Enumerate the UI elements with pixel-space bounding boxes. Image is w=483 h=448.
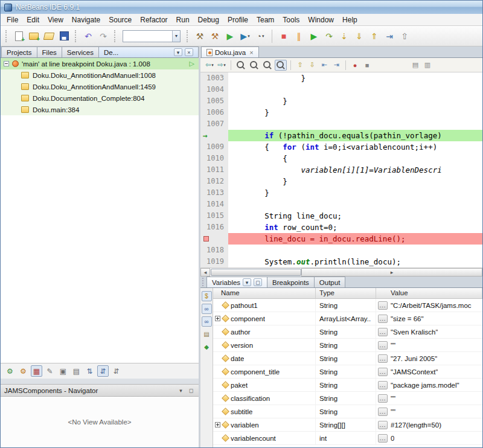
show-suspended-threads-icon[interactable]: ▦ [31,365,42,377]
expand-nodes-icon[interactable]: ◆ [202,342,212,352]
comment-icon[interactable]: ▤ [410,60,421,71]
lock-view-icon[interactable]: ▣ [57,365,69,377]
variable-row[interactable]: component_titleString..."JAMSContext" [213,365,482,379]
tab-projects[interactable]: Projects [1,46,37,57]
line-number-gutter[interactable]: 1003 [200,72,228,84]
code-line[interactable]: 1012 } [200,176,482,187]
new-file-icon[interactable] [11,29,26,43]
edit-value-button[interactable]: ... [378,341,388,350]
line-number-gutter[interactable]: 1006 [200,107,228,118]
line-number-gutter[interactable]: 1011 [200,164,228,176]
step-over-icon[interactable]: ↷ [322,29,336,43]
sort-numbered-icon[interactable]: ⇵ [97,365,109,377]
toolbar-grip[interactable] [114,30,117,42]
maximize-window-icon[interactable]: ◻ [254,278,262,286]
variable-row[interactable]: authorString..."Sven Kralisch" [213,325,482,339]
line-number-gutter[interactable]: 1016 [200,222,228,233]
tab-services[interactable]: Services [62,46,99,57]
tab-variables[interactable]: Variables▾◻ [206,277,267,287]
code-line[interactable]: 1018 [200,245,482,256]
breakpoint-icon[interactable] [203,236,209,242]
step-over-expression-icon[interactable]: ⇣ [337,29,351,43]
redo-icon[interactable]: ↷ [96,29,110,43]
build-project-icon[interactable]: ⚒ [193,29,207,43]
stack-frame-row[interactable]: Doku.main:384 [1,104,199,115]
variable-row[interactable]: pathout1String..."C:/Arbeit/TASK/jams.mo… [213,299,482,312]
menu-run[interactable]: Run [172,14,194,25]
expand-icon[interactable] [215,422,220,427]
debug-thread-row[interactable]: 'main' at line breakpoint Doku.java : 1.… [1,58,199,69]
panel-splitter[interactable] [1,379,199,384]
stack-frame-row[interactable]: Doku.Doku_AnnotitionAndManuell:1008 [1,69,199,81]
edit-value-button[interactable]: ... [378,434,388,443]
code-line[interactable]: 1004 [200,84,482,95]
toolbar-grip[interactable] [187,30,189,42]
continue-icon[interactable]: ▶ [307,29,321,43]
profile-project-icon[interactable]: ◔▾ [253,29,267,43]
expand-icon[interactable] [215,316,220,321]
show-packages-icon[interactable]: ▤ [71,365,82,377]
clean-build-project-icon[interactable]: ⚒ [208,29,222,43]
find-previous-icon[interactable] [261,60,273,71]
line-number-gutter[interactable]: → [200,130,228,141]
variable-row[interactable]: dateString..."27. Juni 2005" [213,352,482,365]
edit-value-button[interactable]: ... [378,328,388,336]
save-all-icon[interactable] [57,29,71,43]
code-line[interactable]: 1016 int row_count=0; [200,222,482,233]
code-editor[interactable]: 1003 }10041005 }1006 }1007→ if (!pathin_… [200,72,482,267]
sort-by-name-icon[interactable]: ⇅ [84,365,95,377]
scroll-left-icon[interactable]: ◂ [200,268,210,277]
menu-source[interactable]: Source [104,14,136,25]
show-last-evaluated-icon[interactable]: ∞ [202,316,212,327]
line-number-gutter[interactable]: 1012 [200,176,228,187]
search-dropdown-icon[interactable]: ▾ [172,31,180,42]
code-line[interactable]: 1015 String line_docu; [200,210,482,222]
code-line[interactable]: line_docu = in_docu.readLine(); [200,233,482,245]
column-header-name[interactable]: Name [213,288,316,298]
variable-row[interactable]: subtitleString..."" [213,405,482,418]
menu-file[interactable]: File [2,14,22,25]
code-line[interactable]: 1014 [200,199,482,210]
minimize-window-icon[interactable]: ▾ [177,386,185,394]
menu-edit[interactable]: Edit [22,14,43,25]
line-number-gutter[interactable]: 1015 [200,210,228,222]
stack-frame-row[interactable]: Doku.Doku_AnnotitionAndManuell:1459 [1,81,199,92]
line-number-gutter[interactable]: 1007 [200,118,228,130]
code-line[interactable]: 1006 } [200,107,482,118]
line-number-gutter[interactable]: 1014 [200,199,228,210]
sort-order-icon[interactable]: ⇵ [110,365,122,377]
stack-frame-row[interactable]: Doku.Documentation_Complete:804 [1,92,199,104]
horizontal-scrollbar[interactable]: ◂ ▸ [200,267,482,277]
code-line[interactable]: 1011 variablen[i][1]=VariablenDescri [200,164,482,176]
tab-list-icon[interactable]: ▾ [174,48,182,56]
tab-files[interactable]: Files [37,46,62,57]
pause-icon[interactable]: ∥ [292,29,306,43]
code-line[interactable]: 1005 } [200,95,482,107]
code-line[interactable]: 1007 [200,118,482,130]
shift-line-right-icon[interactable]: ⇥ [331,60,342,71]
code-line[interactable]: 1013 } [200,187,482,199]
menu-refactor[interactable]: Refactor [136,14,171,25]
code-line[interactable]: 1010 { [200,153,482,164]
menu-profile[interactable]: Profile [223,14,252,25]
titlebar[interactable]: NetBeans IDE 6.9.1 [1,1,482,14]
code-line[interactable]: 1009 { for (int i=0;i<variablencount;i++… [200,141,482,153]
tab-de[interactable]: De...▾× [98,46,199,57]
search-input[interactable] [123,31,172,41]
menu-tools[interactable]: Tools [278,14,304,25]
stop-macro-recording-icon[interactable]: ■ [362,60,373,71]
attach-debugger-icon[interactable]: ⚙ [4,365,16,377]
close-tab-icon[interactable]: × [249,49,253,56]
collapse-icon[interactable] [4,61,9,66]
edit-value-button[interactable]: ... [378,408,388,416]
run-to-cursor-icon[interactable]: ⇥ [382,29,397,43]
find-selection-icon[interactable] [235,60,247,71]
line-number-gutter[interactable]: 1013 [200,187,228,199]
tab-breakpoints[interactable]: Breakpoints [267,277,315,287]
menu-view[interactable]: View [43,14,68,25]
variable-row[interactable]: variablenString[][]...#127(length=50) [213,418,482,432]
variable-row[interactable]: paketString..."package jams.model" [213,379,482,392]
debug-project-icon[interactable]: ▶▾ [238,29,252,43]
menu-window[interactable]: Window [304,14,338,25]
show-types-icon[interactable]: ▤ [202,329,212,339]
